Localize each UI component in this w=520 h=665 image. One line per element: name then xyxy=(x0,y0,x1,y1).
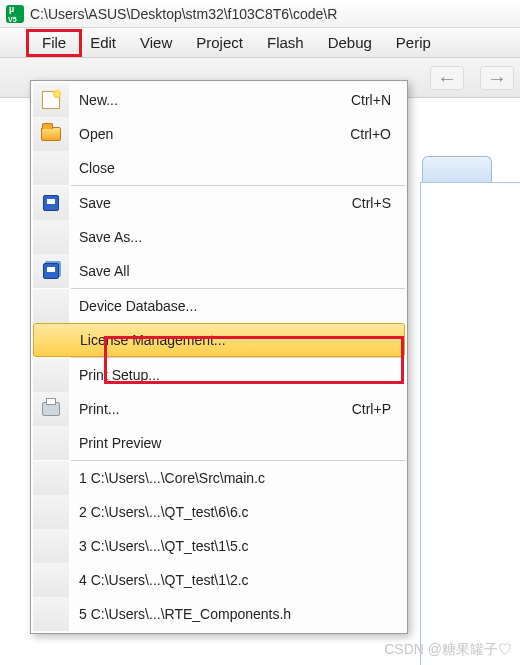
nav-forward-icon[interactable]: → xyxy=(480,66,514,90)
menuitem-new[interactable]: New... Ctrl+N xyxy=(33,83,405,117)
menuitem-shortcut: Ctrl+S xyxy=(352,195,405,211)
menuitem-label: Save xyxy=(69,195,352,211)
menuitem-label: Close xyxy=(69,160,391,176)
menu-view[interactable]: View xyxy=(128,30,184,55)
menuitem-label: Device Database... xyxy=(69,298,391,314)
menuitem-open[interactable]: Open Ctrl+O xyxy=(33,117,405,151)
menubar: File Edit View Project Flash Debug Perip xyxy=(0,28,520,58)
menu-edit[interactable]: Edit xyxy=(78,30,128,55)
menu-file[interactable]: File xyxy=(30,30,78,55)
menuitem-print-preview[interactable]: Print Preview xyxy=(33,426,405,460)
menuitem-save-as[interactable]: Save As... xyxy=(33,220,405,254)
menuitem-label: Open xyxy=(69,126,350,142)
menu-peripherals[interactable]: Perip xyxy=(384,30,443,55)
print-icon xyxy=(42,402,60,416)
menuitem-close[interactable]: Close xyxy=(33,151,405,185)
menuitem-label: Save As... xyxy=(69,229,391,245)
menuitem-shortcut: Ctrl+P xyxy=(352,401,405,417)
menu-debug[interactable]: Debug xyxy=(316,30,384,55)
menu-flash[interactable]: Flash xyxy=(255,30,316,55)
menuitem-label: 3 C:\Users\...\QT_test\1\5.c xyxy=(69,538,405,554)
editor-pane xyxy=(420,182,520,665)
menuitem-recent-2[interactable]: 2 C:\Users\...\QT_test\6\6.c xyxy=(33,495,405,529)
menuitem-save-all[interactable]: Save All xyxy=(33,254,405,288)
menuitem-print-setup[interactable]: Print Setup... xyxy=(33,358,405,392)
menuitem-save[interactable]: Save Ctrl+S xyxy=(33,186,405,220)
save-icon xyxy=(43,195,59,211)
menuitem-print[interactable]: Print... Ctrl+P xyxy=(33,392,405,426)
watermark: CSDN @糖果罐子♡ xyxy=(384,641,512,659)
menuitem-label: Print Preview xyxy=(69,435,391,451)
menuitem-label: Print Setup... xyxy=(69,367,391,383)
menuitem-recent-4[interactable]: 4 C:\Users\...\QT_test\1\2.c xyxy=(33,563,405,597)
menuitem-device-database[interactable]: Device Database... xyxy=(33,289,405,323)
menuitem-license-management[interactable]: License Management... xyxy=(33,323,405,357)
menuitem-label: 2 C:\Users\...\QT_test\6\6.c xyxy=(69,504,405,520)
toolbar-nav-group: ← → xyxy=(430,65,514,91)
menuitem-shortcut: Ctrl+N xyxy=(351,92,405,108)
open-folder-icon xyxy=(41,127,61,141)
app-icon xyxy=(6,5,24,23)
new-file-icon xyxy=(42,91,60,109)
menuitem-label: 1 C:\Users\...\Core\Src\main.c xyxy=(69,470,405,486)
background-pane xyxy=(412,100,520,665)
save-all-icon xyxy=(43,263,59,279)
menuitem-shortcut: Ctrl+O xyxy=(350,126,405,142)
nav-back-icon[interactable]: ← xyxy=(430,66,464,90)
menuitem-label: Save All xyxy=(69,263,391,279)
window-title: C:\Users\ASUS\Desktop\stm32\f103C8T6\cod… xyxy=(30,6,337,22)
editor-tab[interactable] xyxy=(422,156,492,182)
menuitem-recent-1[interactable]: 1 C:\Users\...\Core\Src\main.c xyxy=(33,461,405,495)
menuitem-label: 5 C:\Users\...\RTE_Components.h xyxy=(69,606,405,622)
menuitem-recent-5[interactable]: 5 C:\Users\...\RTE_Components.h xyxy=(33,597,405,631)
file-dropdown: New... Ctrl+N Open Ctrl+O Close Save Ctr… xyxy=(30,80,408,634)
menuitem-label: License Management... xyxy=(70,332,390,348)
menuitem-recent-3[interactable]: 3 C:\Users\...\QT_test\1\5.c xyxy=(33,529,405,563)
menuitem-label: 4 C:\Users\...\QT_test\1\2.c xyxy=(69,572,405,588)
menuitem-label: Print... xyxy=(69,401,352,417)
menu-project[interactable]: Project xyxy=(184,30,255,55)
titlebar: C:\Users\ASUS\Desktop\stm32\f103C8T6\cod… xyxy=(0,0,520,28)
menuitem-label: New... xyxy=(69,92,351,108)
